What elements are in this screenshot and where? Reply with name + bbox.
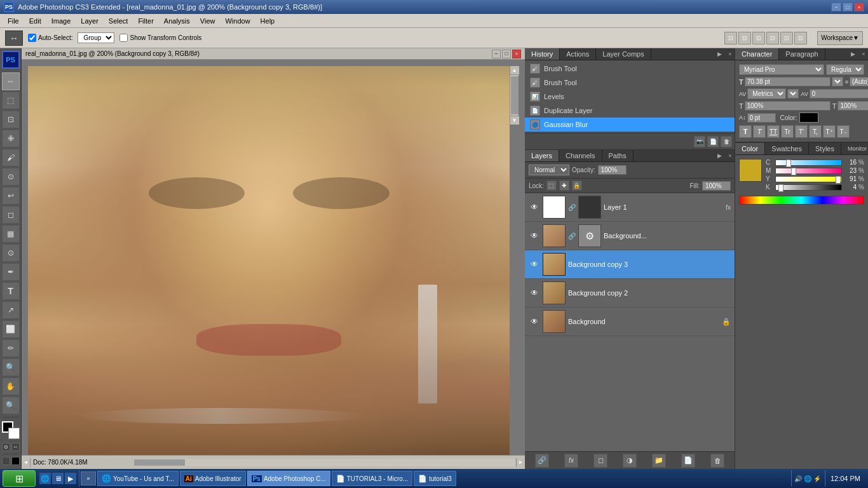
lock-position-btn[interactable]: ✚ [559, 180, 569, 191]
menu-analysis[interactable]: Analysis [159, 16, 195, 26]
quicklaunch-ie-btn[interactable]: 🌐 [39, 473, 51, 484]
blend-mode-select[interactable]: Normal Multiply Screen [529, 165, 569, 175]
taskbar-illustrator[interactable]: Ai Adobe Illustrator [180, 471, 246, 486]
style-subscript[interactable]: T₋ [837, 125, 850, 138]
auto-select-checkbox[interactable]: Auto-Select: [28, 34, 72, 42]
healing-tool[interactable]: ✙ [2, 130, 20, 147]
layer-item-bg-copy2[interactable]: 👁 Background copy 2 [525, 279, 735, 308]
canvas-vscroll[interactable]: ▲ ▼ [510, 66, 519, 125]
hscroll-right-btn[interactable]: ► [516, 458, 525, 467]
start-button[interactable]: ⊞ [3, 470, 36, 487]
clone-stamp-tool[interactable]: ⊙ [2, 168, 20, 186]
layer-visibility-bg2[interactable]: 👁 [529, 287, 540, 299]
leading-input[interactable] [850, 77, 868, 86]
layer-item-background[interactable]: 👁 Background 🔒 [525, 308, 735, 336]
vscroll-up-btn[interactable]: ▲ [510, 66, 519, 75]
standard-mode-icon[interactable] [11, 457, 20, 465]
taskbar-tutorial[interactable]: 📄 TUTORIAL3 - Micro... [332, 471, 413, 486]
align-middle-icon[interactable]: ⊡ [780, 32, 793, 44]
menu-layer[interactable]: Layer [76, 16, 104, 26]
switch-colors-icon[interactable]: ↔ [11, 443, 20, 451]
tab-paragraph[interactable]: Paragraph [779, 48, 825, 60]
tab-monitor[interactable]: Monitor [841, 144, 868, 154]
align-top-icon[interactable]: ⊡ [766, 32, 779, 44]
layers-panel-close[interactable]: × [726, 151, 735, 160]
history-panel-menu[interactable]: ▶ [714, 50, 726, 58]
vscale-input[interactable] [837, 101, 868, 111]
layer-new-btn[interactable]: 📄 [681, 454, 695, 468]
hscroll-track[interactable] [133, 459, 515, 466]
kerning-input[interactable] [810, 89, 868, 98]
tab-channels[interactable]: Channels [559, 150, 602, 161]
tab-layers[interactable]: Layers [525, 150, 559, 161]
m-slider-track[interactable] [775, 168, 842, 174]
layer-visibility-1[interactable]: 👁 [529, 201, 540, 213]
align-bottom-icon[interactable]: ⊡ [794, 32, 807, 44]
minimize-button[interactable]: − [831, 3, 841, 11]
char-panel-menu[interactable]: ▶ [847, 50, 859, 58]
tracking-select[interactable]: Metrics [747, 88, 786, 99]
m-slider-thumb[interactable] [791, 168, 796, 175]
vscroll-down-btn[interactable]: ▼ [510, 116, 519, 125]
style-bold[interactable]: T [739, 125, 752, 138]
opacity-input[interactable] [598, 165, 627, 175]
align-right-icon[interactable]: ⊡ [752, 32, 765, 44]
layer-item-background-copy[interactable]: 👁 🔗 ⚙ Background... [525, 222, 735, 250]
shape-tool[interactable]: ⬜ [2, 320, 20, 338]
tab-swatches[interactable]: Swatches [765, 143, 809, 154]
baseline-input[interactable] [747, 113, 776, 123]
tab-character[interactable]: Character [735, 48, 779, 60]
menu-file[interactable]: File [3, 16, 24, 26]
style-strikethrough[interactable]: Tr [781, 125, 794, 138]
menu-image[interactable]: Image [46, 16, 76, 26]
font-size-unit[interactable]: ▼ [832, 77, 843, 86]
history-snapshot-btn[interactable]: 📷 [694, 136, 705, 147]
close-button[interactable]: × [854, 3, 864, 11]
lasso-tool[interactable]: ⬚ [2, 92, 20, 109]
layer-delete-btn[interactable]: 🗑 [710, 454, 724, 468]
style-allcaps[interactable]: T' [795, 125, 808, 138]
quicklaunch-media-btn[interactable]: ▶ [65, 473, 76, 484]
vscroll-thumb[interactable] [511, 76, 519, 114]
menu-window[interactable]: Window [220, 16, 255, 26]
menu-edit[interactable]: Edit [24, 16, 46, 26]
layer-group-btn[interactable]: 📁 [652, 454, 666, 468]
path-selection-tool[interactable]: ↗ [2, 301, 20, 319]
eyedropper-tool[interactable]: 🔍 [2, 358, 20, 376]
menu-help[interactable]: Help [255, 16, 280, 26]
menu-filter[interactable]: Filter [133, 16, 158, 26]
auto-select-dropdown[interactable]: Group Layer [78, 32, 114, 43]
tab-layer-comps[interactable]: Layer Comps [596, 48, 651, 60]
y-slider-track[interactable] [775, 176, 842, 182]
history-brush-tool[interactable]: ↩ [2, 187, 20, 205]
history-panel-close[interactable]: × [726, 50, 735, 58]
layer-mask-btn[interactable]: ◻ [593, 454, 607, 468]
c-slider-track[interactable] [775, 159, 842, 166]
default-colors-icon[interactable]: ⊙ [2, 443, 10, 451]
move-tool[interactable]: ↔ [2, 72, 20, 90]
crop-tool[interactable]: ⊡ [2, 111, 20, 128]
font-size-input[interactable] [745, 77, 831, 86]
history-item-1[interactable]: 🖌 Brush Tool [525, 62, 735, 76]
hscroll-left-btn[interactable]: ◄ [22, 458, 31, 467]
maximize-button[interactable]: □ [843, 3, 853, 11]
dodge-tool[interactable]: ⊙ [2, 244, 20, 262]
taskbar-overflow-btn[interactable]: » [81, 471, 96, 485]
menu-select[interactable]: Select [104, 16, 133, 26]
history-new-btn[interactable]: 📄 [707, 136, 719, 147]
style-italic[interactable]: T [753, 125, 766, 138]
color-spectrum-bar[interactable] [739, 196, 864, 205]
tab-actions[interactable]: Actions [560, 48, 596, 60]
tab-styles[interactable]: Styles [809, 143, 841, 154]
color-swatch-main[interactable] [739, 159, 762, 182]
font-style-select[interactable]: Regular [826, 64, 864, 75]
taskbar-youtube[interactable]: 🌐 YouTube - Us and T... [97, 471, 179, 486]
menu-view[interactable]: View [195, 16, 220, 26]
layer-visibility-bgcopy[interactable]: 👁 [529, 230, 540, 241]
lock-pixels-btn[interactable]: ⬚ [546, 180, 557, 191]
tab-history[interactable]: History [525, 48, 560, 60]
eraser-tool[interactable]: ◻ [2, 206, 20, 224]
quicklaunch-desktop-btn[interactable]: 🖥 [52, 473, 64, 484]
move-tool-icon[interactable]: ↔ [5, 30, 23, 46]
history-delete-btn[interactable]: 🗑 [721, 136, 732, 147]
